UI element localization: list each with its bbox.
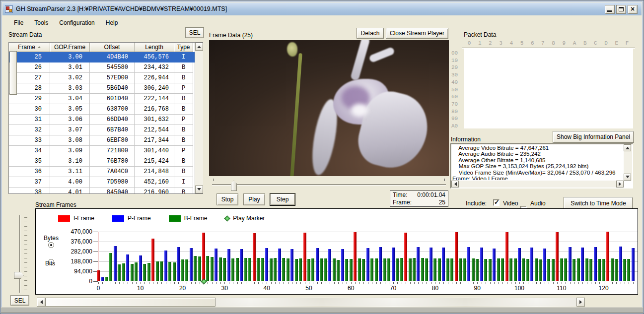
b-frame-bar[interactable] (156, 261, 159, 281)
i-frame-bar[interactable] (303, 233, 306, 281)
p-frame-bar[interactable] (417, 247, 420, 281)
p-frame-bar[interactable] (632, 248, 635, 281)
b-frame-bar[interactable] (299, 258, 302, 281)
p-frame-bar[interactable] (227, 249, 230, 281)
b-frame-bar[interactable] (484, 259, 487, 281)
bytes-radio[interactable] (48, 242, 54, 248)
b-frame-bar[interactable] (160, 261, 163, 281)
scroll-left-button[interactable] (37, 298, 45, 307)
b-frame-bar[interactable] (194, 256, 197, 281)
b-frame-bar[interactable] (286, 258, 289, 281)
b-frame-bar[interactable] (438, 258, 441, 281)
b-frame-bar[interactable] (168, 262, 171, 281)
p-frame-bar[interactable] (569, 247, 572, 281)
b-frame-bar[interactable] (173, 262, 176, 281)
p-frame-bar[interactable] (139, 255, 142, 281)
zoom-trackbar-thumb[interactable] (14, 272, 24, 279)
i-frame-bar[interactable] (253, 233, 256, 281)
b-frame-bar[interactable] (446, 258, 449, 281)
b-frame-bar[interactable] (572, 259, 575, 281)
i-frame-bar[interactable] (404, 233, 407, 281)
i-frame-bar[interactable] (354, 232, 357, 281)
b-frame-bar[interactable] (564, 258, 567, 281)
b-frame-bar[interactable] (552, 259, 555, 281)
b-frame-bar[interactable] (602, 259, 605, 281)
detach-button[interactable]: Detach (357, 28, 384, 39)
b-frame-bar[interactable] (501, 258, 504, 281)
p-frame-bar[interactable] (101, 277, 104, 281)
b-frame-bar[interactable] (147, 263, 150, 281)
table-vertical-scrollbar[interactable] (195, 43, 203, 193)
p-frame-bar[interactable] (290, 249, 293, 281)
b-frame-bar[interactable] (425, 258, 428, 281)
scroll-up-button[interactable] (195, 43, 203, 51)
b-frame-bar[interactable] (198, 256, 201, 281)
p-frame-bar[interactable] (278, 249, 281, 281)
b-frame-bar[interactable] (476, 259, 479, 281)
b-frame-bar[interactable] (623, 259, 626, 281)
information-vertical-scrollbar[interactable] (624, 144, 632, 181)
b-frame-bar[interactable] (206, 256, 209, 281)
maximize-button[interactable] (616, 5, 626, 14)
b-frame-bar[interactable] (295, 259, 298, 281)
scrollbar-track[interactable] (215, 298, 576, 307)
b-frame-bar[interactable] (122, 263, 125, 281)
p-frame-bar[interactable] (442, 248, 445, 281)
show-big-information-panel-button[interactable]: Show Big Information Panel (553, 131, 634, 143)
b-frame-bar[interactable] (219, 257, 222, 281)
step-button[interactable]: Step (270, 193, 295, 205)
i-frame-bar[interactable] (455, 232, 458, 281)
scroll-down-button[interactable] (195, 186, 203, 193)
play-button[interactable]: Play (243, 193, 265, 205)
p-frame-bar[interactable] (316, 248, 319, 281)
i-frame-bar[interactable] (505, 232, 508, 281)
b-frame-bar[interactable] (274, 258, 277, 281)
menu-item-tools[interactable]: Tools (29, 18, 54, 28)
b-frame-bar[interactable] (522, 258, 525, 281)
p-frame-bar[interactable] (530, 248, 533, 281)
b-frame-bar[interactable] (270, 258, 273, 281)
b-frame-bar[interactable] (105, 277, 108, 281)
i-frame-bar[interactable] (606, 232, 609, 281)
b-frame-bar[interactable] (375, 258, 378, 281)
table-row[interactable]: 253.004D4B40456,576I (9, 52, 195, 63)
b-frame-bar[interactable] (539, 259, 542, 281)
b-frame-bar[interactable] (413, 258, 416, 281)
b-frame-bar[interactable] (509, 258, 512, 281)
b-frame-bar[interactable] (211, 257, 214, 281)
b-frame-bar[interactable] (109, 253, 112, 281)
p-frame-bar[interactable] (240, 249, 243, 281)
table-row[interactable]: 273.0257ED00226,944B (9, 73, 195, 83)
scroll-down-button[interactable] (624, 174, 631, 181)
table-row[interactable]: 343.09721800301,440P (9, 146, 195, 156)
p-frame-bar[interactable] (581, 248, 584, 281)
b-frame-bar[interactable] (489, 259, 492, 281)
table-row[interactable]: 333.086EBF80217,344B (9, 135, 195, 146)
b-frame-bar[interactable] (598, 259, 601, 281)
b-frame-bar[interactable] (248, 258, 251, 281)
i-frame-bar[interactable] (202, 233, 205, 281)
b-frame-bar[interactable] (257, 258, 260, 281)
scroll-right-button[interactable] (576, 298, 585, 307)
information-horizontal-scrollbar[interactable] (451, 181, 624, 188)
b-frame-bar[interactable] (118, 264, 121, 281)
b-frame-bar[interactable] (611, 258, 614, 281)
p-frame-bar[interactable] (619, 247, 622, 281)
slider-track[interactable] (212, 184, 446, 186)
b-frame-bar[interactable] (358, 258, 361, 281)
p-frame-bar[interactable] (518, 248, 521, 281)
b-frame-bar[interactable] (433, 258, 436, 281)
table-row[interactable]: 384.01845040216,960B (9, 188, 195, 193)
video-checkbox[interactable]: ✓ (493, 199, 500, 206)
p-frame-bar[interactable] (341, 249, 344, 281)
p-frame-bar[interactable] (114, 246, 117, 281)
i-frame-bar[interactable] (151, 239, 154, 281)
b-frame-bar[interactable] (627, 259, 630, 281)
slider-thumb[interactable] (231, 181, 237, 191)
b-frame-bar[interactable] (307, 259, 310, 281)
p-frame-bar[interactable] (480, 248, 483, 281)
scroll-left-button[interactable] (451, 181, 459, 188)
menu-item-configuration[interactable]: Configuration (54, 18, 100, 28)
b-frame-bar[interactable] (526, 259, 529, 281)
p-frame-bar[interactable] (467, 247, 470, 281)
